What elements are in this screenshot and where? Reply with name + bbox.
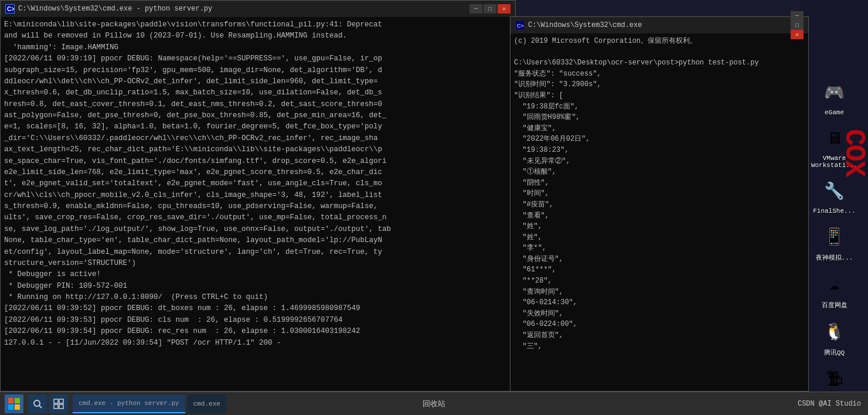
cmd-icon-main: C> <box>5 4 15 13</box>
desktop-icon-img-2: 🔧 <box>821 177 849 205</box>
desktop-icon-img-4: ☁ <box>821 270 849 298</box>
minimize-button[interactable]: ─ <box>469 4 482 13</box>
svg-rect-5 <box>15 398 20 403</box>
desktop-icon-img-6: 🗜 <box>821 365 849 393</box>
svg-text:C>: C> <box>517 23 524 29</box>
second-maximize-button[interactable]: □ <box>791 21 804 30</box>
desktop-icon-5[interactable]: 🐧 腾讯QQ <box>811 315 858 359</box>
desktop-icon-2[interactable]: 🔧 FinalShe... <box>811 175 858 217</box>
svg-text:C>: C> <box>7 6 14 12</box>
svg-rect-7 <box>15 404 20 410</box>
desktop-icon-label-5: 腾讯QQ <box>824 348 845 357</box>
taskbar-cmd-second[interactable]: cmd.exe <box>188 394 226 413</box>
start-button[interactable] <box>5 394 23 413</box>
desktop-icon-0[interactable]: 🎮 eGame <box>811 76 858 118</box>
main-cmd-window: C> C:\Windows\System32\cmd.exe - python … <box>0 0 516 392</box>
cmd-icon-second: C> <box>515 21 525 30</box>
second-cmd-content: (c) 2019 Microsoft Corporation。保留所有权利。 C… <box>510 33 808 391</box>
taskbar-cmd-second-label: cmd.exe <box>193 400 220 407</box>
second-title-bar[interactable]: C> C:\Windows\System32\cmd.exe ─ □ ✕ <box>510 17 808 33</box>
desktop-icon-img-0: 🎮 <box>821 79 849 107</box>
svg-rect-11 <box>59 399 63 403</box>
desktop-icon-3[interactable]: 📱 夜神模拟... <box>811 220 858 264</box>
desktop-icon-label-3: 夜神模拟... <box>816 253 853 262</box>
taskbar-left: cmd.exe - python server.py cmd.exe <box>0 394 226 413</box>
svg-line-9 <box>39 406 42 408</box>
taskbar-right-label: CSDN @AI Studio <box>798 400 868 408</box>
svg-rect-4 <box>8 398 13 403</box>
svg-rect-10 <box>54 399 58 403</box>
svg-rect-6 <box>8 404 13 410</box>
second-cmd-window: C> C:\Windows\System32\cmd.exe ─ □ ✕ (c)… <box>510 16 809 392</box>
taskbar-center-label: 回收站 <box>423 399 445 409</box>
svg-rect-12 <box>54 404 58 409</box>
maximize-button[interactable]: □ <box>484 4 496 13</box>
desktop-icon-label-2: FinalShe... <box>813 207 856 215</box>
svg-rect-13 <box>59 404 63 409</box>
desktop-icon-label-0: eGame <box>825 109 844 116</box>
task-view-button[interactable] <box>49 394 68 413</box>
desktop-icon-4[interactable]: ☁ 百度网盘 <box>811 268 858 312</box>
search-button[interactable] <box>28 394 47 413</box>
main-title-bar[interactable]: C> C:\Windows\System32\cmd.exe - python … <box>1 1 515 17</box>
desktop-icons-area: 🎮 eGame 🖥 VMware Workstati... 🔧 FinalShe… <box>801 0 868 392</box>
close-button[interactable]: ✕ <box>498 4 510 13</box>
second-window-title: C:\Windows\System32\cmd.exe <box>528 21 787 29</box>
desktop-icon-label-4: 百度网盘 <box>822 301 847 309</box>
main-cmd-content: E:\miniconda\lib\site-packages\paddle\vi… <box>1 17 515 391</box>
main-window-title: C:\Windows\System32\cmd.exe - python ser… <box>18 5 466 13</box>
second-minimize-button[interactable]: ─ <box>791 11 804 21</box>
desktop-icon-img-3: 📱 <box>821 223 849 251</box>
svg-point-8 <box>34 400 40 406</box>
taskbar-cmd-python[interactable]: cmd.exe - python server.py <box>73 394 185 413</box>
taskbar-cmd-python-label: cmd.exe - python server.py <box>79 400 179 407</box>
cox-watermark: COX <box>821 129 868 176</box>
window-controls: ─ □ ✕ <box>469 4 510 13</box>
taskbar: cmd.exe - python server.py cmd.exe 回收站 C… <box>0 392 868 415</box>
desktop-icon-img-5: 🐧 <box>821 318 849 346</box>
